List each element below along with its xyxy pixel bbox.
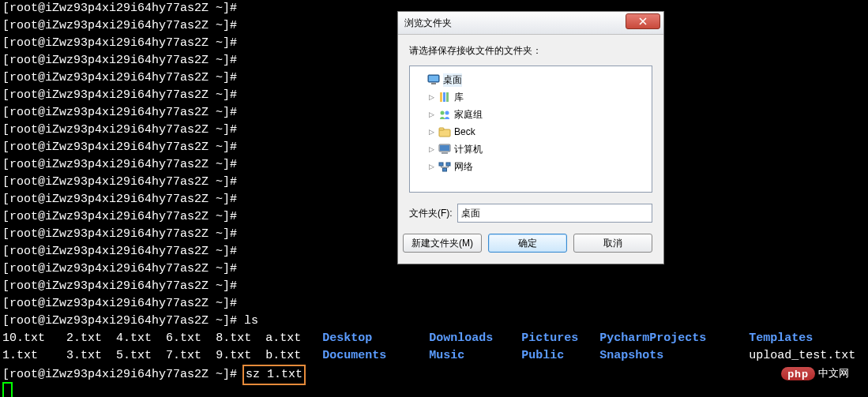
cursor-line [2,382,868,397]
svg-rect-12 [442,152,448,154]
ls-entry: 10.txt [2,331,45,345]
dialog-title: 浏览文件夹 [404,17,452,30]
dialog-instruction: 请选择保存接收文件的文件夹： [409,44,652,58]
expander-icon[interactable]: ▷ [427,93,435,101]
svg-rect-2 [431,83,436,84]
computer-icon [438,143,451,155]
ls-entry: Documents [322,349,386,362]
watermark-text: 中文网 [818,366,849,380]
user-icon [438,125,451,138]
ls-output-row: 10.txt 2.txt 4.txt 6.txt 8.txt a.txt Des… [2,330,868,347]
folder-path-label: 文件夹(F): [409,207,453,220]
desktop-icon [427,73,440,86]
svg-point-6 [441,111,445,115]
browse-folder-dialog: 浏览文件夹 请选择保存接收文件的文件夹： 桌面▷库▷家庭组▷Beck▷计算机▷网… [397,11,664,264]
expander-icon[interactable]: ▷ [427,128,435,136]
expander-icon[interactable]: ▷ [427,163,435,170]
svg-rect-5 [446,92,449,102]
homegroup-icon [438,108,451,121]
ls-output-row: 1.txt 3.txt 5.txt 7.txt 9.txt b.txt Docu… [2,347,868,365]
svg-rect-4 [443,92,445,102]
new-folder-button[interactable]: 新建文件夹(M) [403,234,482,253]
tree-item[interactable]: ▷计算机 [413,140,648,158]
expander-icon[interactable]: ▷ [427,145,435,153]
ls-entry: Pictures [521,331,578,345]
prompt-line: [root@iZwz93p4xi29i64hy77as2Z ~]# sz 1.t… [2,365,868,382]
tree-item-label: 库 [454,91,464,104]
folder-tree[interactable]: 桌面▷库▷家庭组▷Beck▷计算机▷网络 [409,66,652,193]
expander-icon[interactable]: ▷ [427,110,435,118]
svg-rect-13 [439,163,443,166]
svg-rect-9 [439,128,444,130]
prompt-line: [root@iZwz93p4xi29i64hy77as2Z ~]# ls [2,313,868,330]
cancel-button[interactable]: 取消 [573,234,652,253]
ls-entry: Desktop [322,331,372,345]
ls-entry: b.txt [265,349,301,362]
tree-item-label: Beck [454,126,475,137]
ls-entry: 1.txt [2,349,38,362]
ls-entry: 8.txt [216,331,251,345]
prompt-line: [root@iZwz93p4xi29i64hy77as2Z ~]# [2,278,868,295]
svg-rect-15 [443,168,447,171]
tree-item[interactable]: ▷网络 [413,158,648,175]
tree-item-label: 计算机 [454,143,483,156]
ls-entry: Downloads [429,331,493,345]
ls-entry: Public [521,349,564,362]
ok-button[interactable]: 确定 [488,234,567,253]
dialog-titlebar[interactable]: 浏览文件夹 [398,12,663,35]
svg-rect-14 [446,163,450,166]
ls-entry: Templates [749,331,813,345]
ls-entry: 5.txt [116,349,152,362]
ls-entry: Snapshots [599,349,663,362]
ls-entry: 7.txt [166,349,201,362]
ls-entry: 6.txt [166,331,201,345]
close-button[interactable] [626,13,660,29]
prompt-line: [root@iZwz93p4xi29i64hy77as2Z ~]# [2,295,868,313]
expander-icon[interactable] [416,76,424,84]
svg-rect-3 [440,92,442,102]
ls-entry: a.txt [265,331,301,345]
ls-entry: Music [429,349,464,362]
ls-entry: PycharmProjects [599,331,706,345]
ls-entry: upload_test.txt [749,349,855,362]
ls-entry: 9.txt [216,349,251,362]
svg-rect-1 [429,76,438,81]
ls-entry: 2.txt [66,331,102,345]
svg-rect-11 [440,145,449,151]
watermark-badge: php [781,367,815,380]
cursor [2,382,13,397]
folder-path-input[interactable] [457,204,652,223]
tree-item[interactable]: 桌面 [413,71,648,88]
tree-item[interactable]: ▷家庭组 [413,106,648,123]
ls-entry: 4.txt [116,331,152,345]
tree-item-label: 网络 [454,160,473,174]
highlighted-command: sz 1.txt [242,365,306,385]
tree-item[interactable]: ▷Beck [413,123,648,140]
libraries-icon [438,91,451,103]
svg-point-7 [445,111,449,115]
tree-item-label: 桌面 [443,73,462,87]
ls-entry: 3.txt [66,349,102,362]
tree-item-label: 家庭组 [454,108,483,122]
watermark: php 中文网 [781,365,849,381]
tree-item[interactable]: ▷库 [413,88,648,106]
network-icon [438,160,451,173]
